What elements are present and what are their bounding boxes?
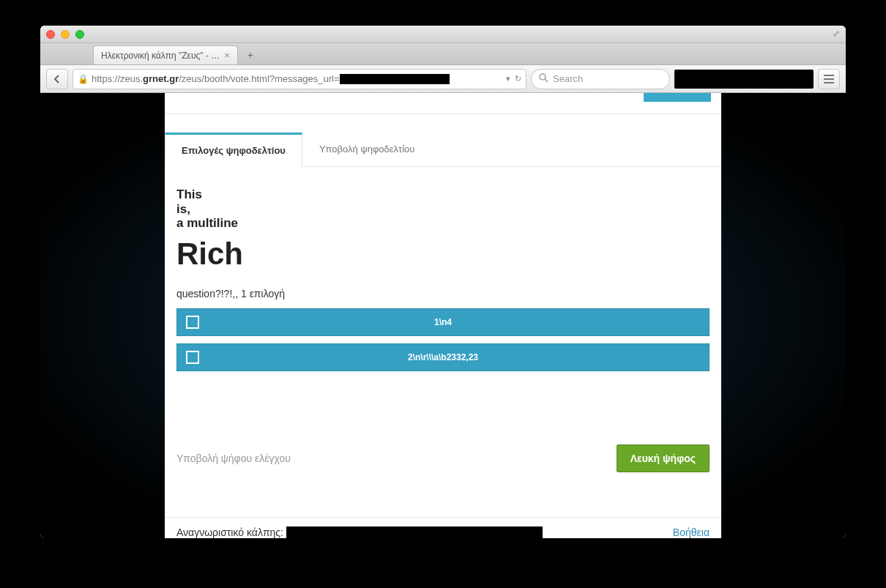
search-icon: [539, 73, 548, 85]
ballot-option-label: 2\n\r\\\a\b2332,23: [177, 352, 709, 362]
url-text: https://zeus.grnet.gr/zeus/booth/vote.ht…: [92, 73, 450, 85]
url-path: /zeus/booth/vote.html?messages_url=: [179, 73, 339, 84]
question-rich-heading: Rich: [176, 237, 710, 272]
svg-line-1: [545, 79, 548, 82]
ballot-option-label: 1\n4: [177, 317, 709, 327]
zoom-window-button[interactable]: [75, 30, 84, 39]
question-line-3: a multiline: [176, 216, 710, 231]
page-viewport: Επιλογές ψηφοδελτίου Υποβολή ψηφοδελτίου…: [40, 93, 846, 538]
question-line-1: This: [176, 187, 710, 202]
search-box[interactable]: Search: [531, 69, 670, 89]
close-window-button[interactable]: [46, 30, 55, 39]
dropdown-icon[interactable]: ▾: [506, 74, 510, 83]
url-scheme: https://zeus.: [92, 73, 143, 84]
help-link[interactable]: Βοήθεια: [673, 526, 710, 538]
lock-icon: 🔒: [78, 74, 89, 84]
question-line-2: is,: [176, 202, 710, 217]
browser-tab[interactable]: Ηλεκτρονική κάλπη "Ζευς" - … ×: [93, 45, 238, 64]
header-action-button[interactable]: [644, 93, 711, 102]
browser-window: ⤢ Ηλεκτρονική κάλπη "Ζευς" - … × + 🔒 htt…: [40, 26, 846, 538]
page-footer: Αναγνωριστικό κάλπης: Βοήθεια: [165, 517, 721, 538]
ballot-id-label: Αναγνωριστικό κάλπης:: [176, 526, 283, 538]
search-placeholder: Search: [553, 73, 583, 84]
ballot-option[interactable]: 2\n\r\\\a\b2332,23: [176, 343, 710, 371]
ballot-tabs: Επιλογές ψηφοδελτίου Υποβολή ψηφοδελτίου: [165, 132, 721, 167]
voting-page: Επιλογές ψηφοδελτίου Υποβολή ψηφοδελτίου…: [165, 93, 721, 538]
url-bar[interactable]: 🔒 https://zeus.grnet.gr/zeus/booth/vote.…: [72, 69, 526, 89]
audit-vote-link[interactable]: Υποβολή ψήφου ελέγχου: [176, 453, 291, 464]
ballot-id: Αναγνωριστικό κάλπης:: [176, 526, 543, 538]
hamburger-menu-button[interactable]: [818, 69, 840, 89]
blank-vote-button[interactable]: Λευκή ψήφος: [617, 444, 710, 472]
ballot-option[interactable]: 1\n4: [176, 308, 710, 336]
tab-title: Ηλεκτρονική κάλπη "Ζευς" - …: [101, 51, 220, 61]
new-tab-button[interactable]: +: [241, 47, 260, 63]
redacted-url-segment: [340, 74, 450, 84]
ballot-content: This is, a multiline Rich question?!?!,,…: [165, 167, 721, 517]
svg-point-0: [540, 74, 546, 80]
question-subtext: question?!?!,, 1 επιλογή: [176, 288, 710, 299]
page-header: [165, 93, 721, 114]
redacted-toolbar-area: [674, 70, 814, 89]
minimize-window-button[interactable]: [61, 30, 70, 39]
redacted-ballot-id: [286, 526, 543, 538]
reload-icon[interactable]: ↻: [515, 74, 521, 83]
ballot-actions: Υποβολή ψήφου ελέγχου Λευκή ψήφος: [176, 444, 710, 491]
partial-election-title: [165, 93, 721, 99]
url-right-controls: ▾ ↻: [506, 74, 521, 83]
hamburger-icon: [824, 75, 834, 76]
tab-strip: Ηλεκτρονική κάλπη "Ζευς" - … × +: [40, 43, 846, 65]
url-host: grnet.gr: [143, 73, 179, 84]
traffic-lights: [46, 30, 84, 39]
window-titlebar: ⤢: [40, 26, 846, 43]
tab-ballot-options[interactable]: Επιλογές ψηφοδελτίου: [165, 133, 302, 167]
tab-ballot-submit[interactable]: Υποβολή ψηφοδελτίου: [302, 133, 432, 167]
fullscreen-icon[interactable]: ⤢: [833, 29, 840, 39]
back-icon: [52, 74, 62, 84]
close-tab-icon[interactable]: ×: [224, 51, 230, 60]
toolbar: 🔒 https://zeus.grnet.gr/zeus/booth/vote.…: [40, 65, 846, 93]
back-button[interactable]: [46, 69, 68, 89]
